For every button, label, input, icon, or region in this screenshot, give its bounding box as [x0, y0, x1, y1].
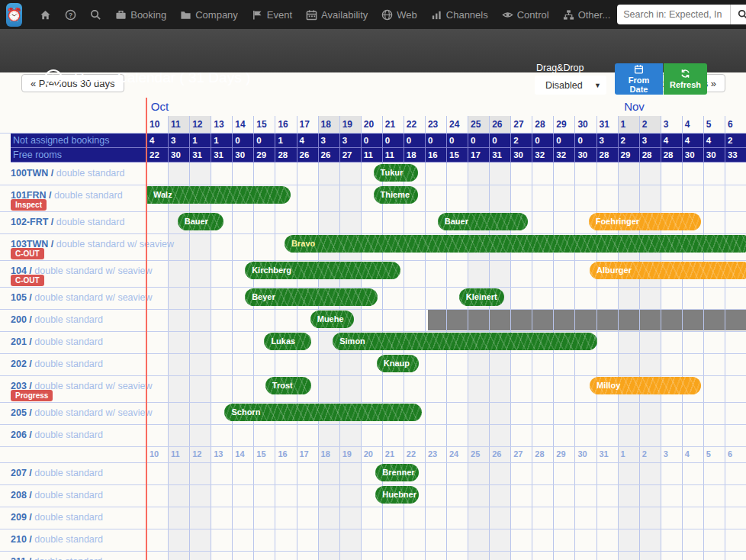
search-input[interactable] [617, 5, 730, 24]
grid-vline [725, 116, 725, 560]
booking-bar-bravo[interactable]: Bravo [285, 235, 746, 253]
grid-hline [0, 446, 746, 447]
summary-cell: 0 [404, 134, 425, 148]
refresh-button[interactable]: Refresh [664, 63, 707, 95]
nav-item-search[interactable] [83, 0, 108, 29]
room-label-105[interactable]: 105 / double standard w/ seaview [11, 290, 153, 304]
booking-bar-simon[interactable]: Simon [333, 333, 597, 350]
day-header: 11 [169, 116, 189, 133]
day-header: 25 [468, 116, 489, 133]
booking-bar-milloy[interactable]: Milloy [590, 377, 701, 394]
room-label-210[interactable]: 210 / double standard [11, 532, 103, 546]
summary-cell: 0 [425, 134, 446, 148]
nav-item-other[interactable]: Other... [556, 0, 618, 29]
grid-hline [0, 260, 746, 261]
booking-bar-knaup[interactable]: Knaup [377, 355, 419, 372]
room-label-205[interactable]: 205 / double standard w/ seaview [11, 405, 153, 419]
from-date-button[interactable]: From Date [615, 63, 663, 95]
summary-cell: 1 [275, 134, 296, 148]
grid-hline [0, 287, 746, 288]
nav-item-web[interactable]: Web [375, 0, 424, 29]
nav-item-home[interactable] [33, 0, 58, 29]
room-label-102-frt[interactable]: 102-FRT / double standard [11, 214, 124, 228]
day-header: 16 [275, 116, 296, 133]
dragdrop-select[interactable]: Disabled ▼ [535, 76, 606, 95]
grid-hline [0, 185, 746, 185]
page-header: Room Calendar ( 31 Days ) Drag&Drop Disa… [0, 29, 746, 72]
not-assigned-bookings-row: Not assigned bookings4311001433000000020… [11, 134, 746, 148]
booking-bar-bauer[interactable]: Bauer [438, 213, 528, 230]
day-header: 27 [511, 116, 532, 133]
day-header: 1 [619, 116, 639, 133]
booking-bar-thieme[interactable]: Thieme [374, 186, 419, 204]
chevron-down-icon: ▼ [594, 82, 601, 89]
eye-icon [502, 9, 513, 21]
booking-bar-tukur[interactable]: Tukur [374, 164, 419, 182]
nav-item-availability[interactable]: Availability [299, 0, 375, 29]
booking-bar-brenner[interactable]: Brenner [375, 464, 418, 481]
nav-item-company[interactable]: Company [173, 0, 245, 29]
room-label-200[interactable]: 200 / double standard [11, 312, 103, 326]
booking-bar-muehe[interactable]: Muehe [310, 311, 355, 328]
search-button[interactable] [730, 5, 746, 24]
mid-day-header: 4 [683, 449, 703, 459]
booking-bar-lukas[interactable]: Lukas [264, 333, 311, 350]
summary-cell: 32 [553, 148, 574, 163]
booking-bar-kirchberg[interactable]: Kirchberg [245, 262, 400, 279]
mid-day-header: 1 [619, 449, 639, 459]
summary-cell: 3 [639, 134, 661, 148]
summary-cell: 2 [725, 134, 746, 148]
nav-item-event[interactable]: Event [245, 0, 299, 29]
day-header: 10 [147, 116, 168, 133]
nav-item-booking[interactable]: Booking [108, 0, 173, 29]
back-button[interactable] [43, 69, 63, 89]
booking-bar-foehringer[interactable]: Foehringer [589, 213, 701, 230]
summary-cell: 4 [297, 134, 318, 148]
day-header: 15 [254, 116, 275, 133]
grid-hline [0, 551, 746, 552]
room-label-211[interactable]: 211 / double standard [11, 554, 102, 560]
booking-bar-schorn[interactable]: Schorn [224, 404, 421, 421]
alarm-clock-icon[interactable]: ⏰ [6, 3, 22, 27]
booking-bar-alburger[interactable]: Alburger [590, 262, 746, 279]
room-label-202[interactable]: 202 / double standard [11, 356, 103, 370]
mid-day-header: 6 [725, 449, 746, 459]
calendar-icon [306, 9, 317, 21]
nav-item-channels[interactable]: Channels [424, 0, 495, 29]
summary-cell: 0 [253, 134, 275, 148]
grid-vline [211, 116, 211, 560]
room-label-206[interactable]: 206 / double standard [11, 427, 103, 441]
day-header: 20 [362, 116, 382, 133]
summary-cell: 33 [725, 148, 746, 163]
room-label-208[interactable]: 208 / double standard [11, 488, 103, 501]
room-label-201[interactable]: 201 / double standard [11, 334, 103, 348]
summary-cell: 28 [661, 148, 682, 163]
weekend-stripe [189, 116, 211, 560]
grid-vline [703, 116, 704, 560]
day-header: 17 [297, 116, 318, 133]
grid-hline [0, 353, 746, 354]
summary-cell: 28 [596, 148, 618, 163]
day-header: 14 [233, 116, 253, 133]
page-title: Room Calendar ( 31 Days ) [74, 69, 250, 86]
room-label-207[interactable]: 207 / double standard [11, 465, 103, 479]
booking-bar-beyer[interactable]: Beyer [245, 288, 378, 306]
nav-item-question[interactable]: ? [58, 0, 83, 29]
booking-bar-kleinert[interactable]: Kleinert [459, 288, 504, 306]
summary-cell: 15 [446, 148, 468, 163]
summary-cell: 2 [510, 134, 532, 148]
booking-bar-huebner[interactable]: Huebner [375, 486, 418, 504]
mid-day-header: 17 [297, 449, 318, 459]
nav-item-control[interactable]: Control [495, 0, 556, 29]
summary-cell: 0 [361, 134, 382, 148]
month-label-oct: Oct [151, 100, 169, 113]
booking-bar-walz[interactable]: Walz [146, 186, 291, 204]
dragdrop-value: Disabled [545, 80, 583, 91]
room-label-100twn[interactable]: 100TWN / double standard [11, 166, 124, 179]
summary-cell: 30 [703, 148, 725, 163]
room-label-209[interactable]: 209 / double standard [11, 510, 103, 523]
booking-bar-bauer[interactable]: Bauer [178, 213, 223, 230]
summary-cell: 3 [168, 134, 189, 148]
booking-bar-trost[interactable]: Trost [265, 377, 311, 394]
search-group [617, 5, 746, 24]
